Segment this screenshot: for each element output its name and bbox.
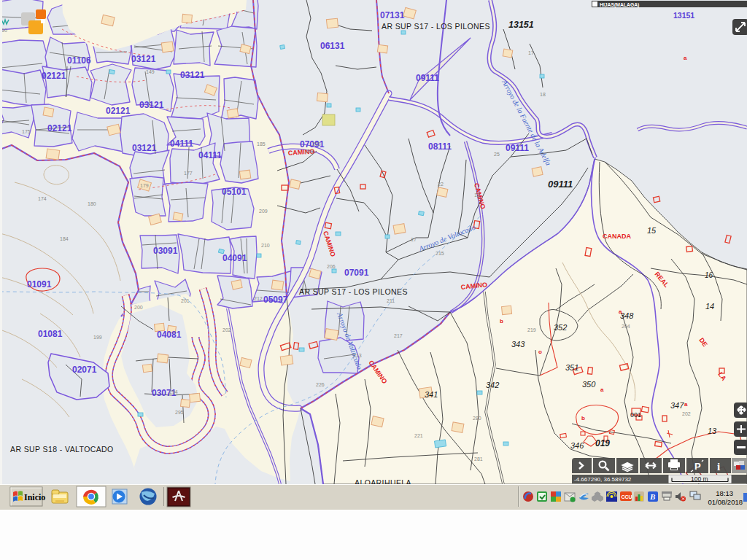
svg-text:07131: 07131 <box>380 10 405 20</box>
svg-text:149: 149 <box>146 69 155 74</box>
svg-text:180: 180 <box>88 201 96 206</box>
svg-text:07091: 07091 <box>344 268 369 278</box>
svg-text:02121: 02121 <box>47 123 72 133</box>
svg-text:100 m: 100 m <box>691 475 708 483</box>
svg-text:16: 16 <box>705 271 713 279</box>
svg-text:01106: 01106 <box>67 55 91 66</box>
svg-text:09111: 09111 <box>506 143 529 153</box>
svg-text:203: 203 <box>312 141 321 147</box>
svg-text:B: B <box>649 492 655 501</box>
svg-text:CCU: CCU <box>622 494 632 499</box>
svg-text:226: 226 <box>316 382 325 387</box>
svg-text:18:13: 18:13 <box>716 489 733 497</box>
svg-text:13151: 13151 <box>673 11 694 20</box>
svg-text:02071: 02071 <box>72 365 97 375</box>
svg-text:185: 185 <box>257 141 266 147</box>
svg-text:215: 215 <box>436 251 444 256</box>
svg-text:02121: 02121 <box>106 106 131 116</box>
svg-text:175: 175 <box>22 129 31 134</box>
svg-text:03121: 03121 <box>139 100 164 110</box>
svg-text:210: 210 <box>261 243 270 248</box>
svg-text:295: 295 <box>175 410 184 415</box>
svg-text:203: 203 <box>305 149 314 154</box>
svg-text:05101: 05101 <box>222 187 247 197</box>
svg-text:179: 179 <box>140 183 149 188</box>
svg-text:174: 174 <box>38 196 47 201</box>
svg-text:213: 213 <box>353 353 362 358</box>
svg-text:294: 294 <box>169 389 178 394</box>
svg-text:202: 202 <box>222 327 231 332</box>
svg-text:05097: 05097 <box>263 295 288 305</box>
svg-text:03121: 03121 <box>132 143 157 153</box>
svg-text:AR SUP S17 - LOS PILONES: AR SUP S17 - LOS PILONES <box>299 287 408 296</box>
svg-text:Inicio: Inicio <box>24 492 45 502</box>
svg-text:04081: 04081 <box>157 330 182 340</box>
svg-text:18: 18 <box>540 92 546 97</box>
svg-text:019: 019 <box>595 438 610 448</box>
svg-text:04111: 04111 <box>198 150 222 160</box>
svg-text:281: 281 <box>474 456 483 462</box>
svg-text:184: 184 <box>60 236 69 241</box>
svg-text:02121: 02121 <box>42 71 66 81</box>
svg-text:206: 206 <box>327 264 336 269</box>
svg-text:219: 219 <box>527 327 536 332</box>
svg-text:201: 201 <box>181 298 190 303</box>
svg-text:01/08/2018: 01/08/2018 <box>708 498 743 506</box>
svg-text:348: 348 <box>620 311 634 320</box>
svg-text:001: 001 <box>630 411 641 419</box>
svg-text:P: P <box>694 461 701 472</box>
svg-text:352: 352 <box>554 323 567 332</box>
svg-text:06131: 06131 <box>320 41 345 51</box>
svg-text:AR SUP S18 - VALTOCADO: AR SUP S18 - VALTOCADO <box>10 445 114 454</box>
svg-text:13: 13 <box>708 427 717 435</box>
svg-text:217: 217 <box>394 333 403 338</box>
svg-text:ALQARIHUELA: ALQARIHUELA <box>355 478 411 484</box>
svg-text:221: 221 <box>414 433 423 438</box>
svg-text:209: 209 <box>259 209 268 214</box>
svg-text:HIJAS(MALAGA): HIJAS(MALAGA) <box>600 2 639 8</box>
svg-text:342: 342 <box>486 381 499 389</box>
svg-text:04111: 04111 <box>170 139 193 149</box>
svg-text:09111: 09111 <box>416 73 439 83</box>
svg-text:-4.667290, 36.589732: -4.667290, 36.589732 <box>574 476 632 483</box>
svg-text:03121: 03121 <box>180 70 205 80</box>
svg-text:15: 15 <box>647 226 657 235</box>
svg-text:01081: 01081 <box>38 329 63 339</box>
svg-text:a: a <box>619 308 622 315</box>
svg-text:346: 346 <box>570 441 584 450</box>
svg-text:202: 202 <box>682 411 691 416</box>
svg-text:341: 341 <box>425 390 438 399</box>
svg-text:AR SUP S17 - LOS PILONES: AR SUP S17 - LOS PILONES <box>382 22 490 31</box>
svg-text:14: 14 <box>705 302 714 311</box>
svg-text:i: i <box>717 461 720 472</box>
svg-text:347: 347 <box>670 401 684 410</box>
svg-text:280: 280 <box>473 416 481 421</box>
svg-text:01091: 01091 <box>27 279 52 289</box>
svg-text:351: 351 <box>565 363 578 372</box>
svg-text:a: a <box>684 55 687 61</box>
svg-text:212: 212 <box>254 296 263 301</box>
svg-text:50: 50 <box>1 28 7 33</box>
svg-text:13: 13 <box>474 192 480 198</box>
svg-text:199: 199 <box>93 335 102 340</box>
svg-text:a: a <box>600 386 604 393</box>
svg-text:04091: 04091 <box>222 253 247 263</box>
svg-text:350: 350 <box>582 380 596 389</box>
svg-text:o: o <box>538 349 542 355</box>
svg-text:08111: 08111 <box>428 141 452 152</box>
svg-text:a: a <box>684 401 688 408</box>
svg-text:204: 204 <box>622 324 630 329</box>
svg-text:343: 343 <box>511 340 525 349</box>
svg-text:25: 25 <box>494 152 500 157</box>
svg-text:211: 211 <box>387 298 395 303</box>
svg-text:17: 17 <box>411 237 417 242</box>
svg-text:b: b <box>500 318 503 324</box>
svg-text:22: 22 <box>438 182 444 187</box>
svg-text:200: 200 <box>134 305 143 310</box>
svg-text:03121: 03121 <box>131 54 156 64</box>
svg-text:03091: 03091 <box>153 246 178 256</box>
svg-text:CANADA: CANADA <box>603 233 631 240</box>
svg-text:13151: 13151 <box>508 20 534 30</box>
svg-text:09111: 09111 <box>548 179 573 190</box>
svg-text:17: 17 <box>528 50 534 55</box>
